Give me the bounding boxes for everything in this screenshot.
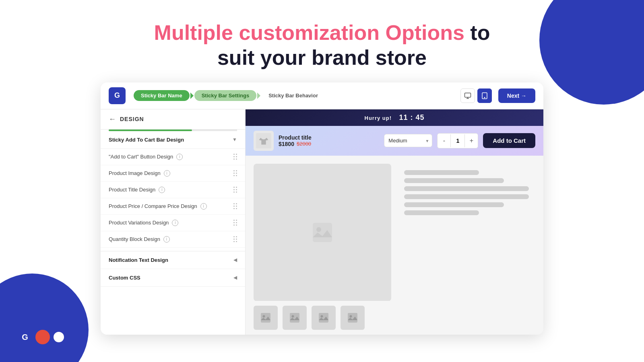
svg-point-7: [316, 227, 321, 232]
preview-line-1: [404, 170, 479, 175]
app-logo: G: [109, 87, 126, 104]
page-header: Multiple customization Options to suit y…: [0, 0, 644, 82]
step-sticky-bar-behavior[interactable]: Sticky Bar Behavior: [261, 90, 325, 101]
section-notification-text[interactable]: Notification Text Design ◀: [101, 251, 245, 269]
next-button[interactable]: Next →: [498, 88, 535, 103]
section-sticky-bar-design[interactable]: Sticky Add To Cart Bar Design ▼: [101, 131, 245, 149]
section-chevron-custom-css: ◀: [233, 275, 237, 280]
step-arrow-1: [190, 93, 194, 99]
app-topbar: G Sticky Bar Name Sticky Bar Settings St…: [101, 82, 543, 109]
section-chevron-sticky-bar: ▼: [232, 137, 237, 142]
svg-point-13: [321, 315, 323, 317]
qty-value: 1: [450, 134, 465, 147]
svg-rect-14: [348, 313, 357, 323]
design-item-product-title: Product Title Design i: [101, 182, 245, 198]
logo-circle-red: [35, 330, 50, 344]
preview-image-main: [254, 164, 391, 301]
svg-rect-0: [464, 93, 471, 97]
step-sticky-bar-name[interactable]: Sticky Bar Name: [134, 90, 190, 101]
drag-handle-product-price[interactable]: [233, 203, 237, 209]
preview-line-5: [404, 202, 504, 207]
logo-circle-blue-outline: [52, 330, 66, 344]
app-container: G Sticky Bar Name Sticky Bar Settings St…: [101, 82, 543, 335]
thumb-3: [312, 306, 336, 330]
step-arrow-2: [257, 93, 260, 99]
product-price: $1800 $2000: [279, 141, 379, 147]
product-title-preview: Product title: [279, 134, 379, 141]
variant-select[interactable]: Medium Small Large XL: [384, 134, 432, 147]
panel-header: ← DESIGN: [101, 109, 245, 130]
logo-g: G: [16, 328, 34, 346]
design-item-quantity-block: Quantity Block Design i: [101, 231, 245, 248]
logo-circle-blue: [68, 330, 82, 344]
back-button[interactable]: ←: [109, 115, 116, 123]
product-info: Product title $1800 $2000: [279, 134, 379, 147]
preview-line-4: [404, 194, 529, 199]
variant-wrapper: Medium Small Large XL: [384, 134, 432, 147]
section-title-custom-css: Custom CSS: [109, 275, 140, 281]
section-chevron-notification: ◀: [233, 257, 237, 263]
qty-plus-button[interactable]: +: [465, 134, 478, 148]
price-old: $2000: [297, 141, 311, 147]
info-icon-product-price[interactable]: i: [200, 203, 207, 210]
thumb-1: [254, 306, 278, 330]
svg-rect-10: [290, 313, 299, 323]
design-item-product-price: Product Price / Compare Price Design i: [101, 198, 245, 215]
app-body: ← DESIGN Sticky Add To Cart Bar Design ▼…: [101, 109, 543, 335]
preview-line-3: [404, 186, 529, 191]
steps-nav: Sticky Bar Name Sticky Bar Settings Stic…: [134, 90, 460, 101]
drag-handle-product-title[interactable]: [233, 187, 237, 193]
design-item-product-variations: Product Variations Design i: [101, 215, 245, 231]
tablet-view-button[interactable]: [477, 88, 492, 103]
preview-content: [246, 156, 543, 309]
price-current: $1800: [279, 141, 294, 147]
left-panel: ← DESIGN Sticky Add To Cart Bar Design ▼…: [101, 109, 246, 335]
drag-handle-product-image[interactable]: [233, 170, 237, 176]
section-title-sticky-bar: Sticky Add To Cart Bar Design: [109, 137, 184, 143]
svg-rect-6: [313, 223, 332, 242]
info-icon-product-variations[interactable]: i: [172, 220, 178, 226]
info-icon-add-to-cart[interactable]: i: [176, 154, 183, 160]
thumb-4: [341, 306, 365, 330]
device-toggle: [460, 88, 492, 103]
preview-line-6: [404, 210, 479, 215]
svg-point-11: [292, 315, 294, 317]
timer-bar: Hurry up! 11 : 45: [246, 109, 543, 126]
product-thumb-icon: [256, 133, 271, 148]
timer-content: Hurry up! 11 : 45: [365, 113, 425, 122]
svg-rect-8: [261, 313, 270, 323]
drag-handle-add-to-cart[interactable]: [233, 154, 237, 160]
section-custom-css[interactable]: Custom CSS ◀: [101, 269, 245, 287]
bottom-thumbnails: [246, 301, 543, 335]
info-icon-product-title[interactable]: i: [159, 187, 165, 193]
info-icon-product-image[interactable]: i: [164, 170, 170, 177]
qty-minus-button[interactable]: -: [438, 134, 450, 148]
logo-bottom-left: G: [16, 328, 82, 346]
design-item-add-to-cart: "Add to Cart" Button Design i: [101, 149, 245, 165]
preview-line-2: [404, 178, 504, 183]
add-to-cart-button[interactable]: Add to Cart: [483, 133, 535, 148]
info-icon-quantity-block[interactable]: i: [163, 236, 170, 243]
step-sticky-bar-settings[interactable]: Sticky Bar Settings: [194, 90, 257, 101]
product-bar: Product title $1800 $2000 Medium Small L…: [246, 126, 543, 156]
thumb-2: [283, 306, 307, 330]
logo-circles: G: [16, 328, 82, 346]
panel-title: DESIGN: [120, 116, 144, 122]
section-title-notification: Notification Text Design: [109, 257, 168, 263]
drag-handle-quantity-block[interactable]: [233, 236, 237, 242]
desktop-view-button[interactable]: [460, 88, 475, 103]
svg-point-9: [263, 315, 265, 317]
design-item-product-image: Product Image Design i: [101, 165, 245, 182]
page-title: Multiple customization Options to suit y…: [8, 20, 636, 70]
svg-point-15: [350, 315, 352, 317]
right-panel: Hurry up! 11 : 45 Product title: [246, 109, 543, 335]
bg-circle-bottom-left: [0, 274, 89, 362]
drag-handle-product-variations[interactable]: [233, 220, 237, 226]
svg-rect-12: [319, 313, 328, 323]
quantity-control: - 1 +: [437, 133, 478, 148]
product-thumbnail: [254, 131, 274, 151]
preview-text-block: [398, 164, 535, 301]
svg-point-4: [484, 97, 485, 98]
